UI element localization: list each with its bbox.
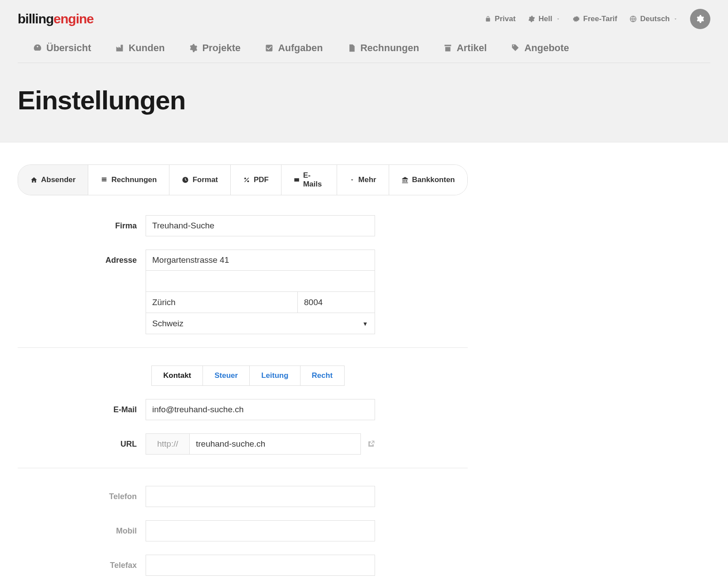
nav-projects-label: Projekte [202, 42, 240, 54]
factory-icon [115, 44, 124, 52]
nav-offers-label: Angebote [524, 42, 569, 54]
subtab-invoices-label: Rechnungen [111, 175, 157, 184]
nav-projects[interactable]: Projekte [189, 42, 240, 54]
innertab-kontakt[interactable]: Kontakt [152, 366, 203, 385]
row-firma: Firma [18, 215, 468, 236]
innertab-leitung[interactable]: Leitung [250, 366, 300, 385]
subtab-bank-label: Bankkonten [412, 175, 455, 184]
row-mobil: Mobil [18, 520, 468, 541]
row-adresse: Adresse Schweiz [18, 250, 468, 334]
nav-tasks[interactable]: Aufgaben [265, 42, 323, 54]
plan-link[interactable]: Free-Tarif [573, 15, 617, 23]
input-telefax[interactable] [146, 555, 375, 576]
checkbox-icon [265, 44, 274, 52]
row-email: E-Mail [18, 399, 468, 420]
settings-avatar[interactable] [690, 9, 710, 29]
badge-icon [573, 15, 580, 22]
nav-customers-label: Kunden [128, 42, 165, 54]
label-firma: Firma [18, 215, 146, 231]
logo-part1: billing [18, 11, 53, 26]
bank-icon [402, 176, 409, 183]
gear-icon [189, 44, 198, 52]
sender-form: Firma Adresse Schweiz [18, 215, 468, 576]
label-url: URL [18, 433, 146, 449]
lock-icon [485, 16, 491, 22]
subtab-pdf-label: PDF [254, 175, 269, 184]
subtab-more-label: Mehr [358, 175, 376, 184]
subtab-emails[interactable]: E-Mails [281, 165, 337, 195]
subtab-format[interactable]: Format [169, 165, 231, 195]
row-telefon: Telefon [18, 486, 468, 507]
nav-invoices-label: Rechnungen [360, 42, 419, 54]
nav-overview[interactable]: Übersicht [33, 42, 91, 54]
nav-tasks-label: Aufgaben [278, 42, 323, 54]
subtab-sender-label: Absender [41, 175, 75, 184]
settings-subtabs: Absender Rechnungen Format PDF E-Mails M… [18, 164, 468, 195]
caret-down-icon [349, 177, 355, 183]
content: Absender Rechnungen Format PDF E-Mails M… [0, 142, 485, 582]
theme-link[interactable]: Hell [528, 15, 560, 23]
privacy-link[interactable]: Privat [485, 15, 515, 23]
subtab-format-label: Format [192, 175, 218, 184]
nav-articles[interactable]: Artikel [443, 42, 487, 54]
input-email[interactable] [146, 399, 375, 420]
input-zip[interactable] [298, 292, 375, 313]
label-email: E-Mail [18, 399, 146, 414]
nav-articles-label: Artikel [457, 42, 487, 54]
subtab-invoices[interactable]: Rechnungen [88, 165, 169, 195]
row-url: URL http:// [18, 433, 468, 455]
row-telefax: Telefax [18, 555, 468, 576]
list-icon [101, 176, 108, 183]
subtab-pdf[interactable]: PDF [231, 165, 281, 195]
svg-point-3 [247, 180, 249, 182]
caret-down-icon [673, 17, 678, 21]
contact-innertabs: Kontakt Steuer Leitung Recht [151, 366, 345, 386]
nav-customers[interactable]: Kunden [115, 42, 165, 54]
document-icon [347, 44, 356, 52]
topbar: billingengine Privat Hell Free-Tarif Deu… [0, 0, 728, 63]
theme-label: Hell [539, 15, 552, 23]
input-city[interactable] [146, 292, 298, 313]
globe-icon [630, 15, 637, 22]
dashboard-icon [33, 44, 42, 52]
gear-icon [528, 15, 535, 22]
envelope-icon [294, 176, 300, 183]
url-prefix: http:// [146, 433, 190, 455]
topbar-upper: billingengine Privat Hell Free-Tarif Deu… [18, 9, 710, 29]
input-url[interactable] [190, 433, 361, 455]
input-street2[interactable] [146, 271, 375, 292]
innertab-steuer[interactable]: Steuer [203, 366, 250, 385]
main-nav: Übersicht Kunden Projekte Aufgaben Rechn… [18, 42, 710, 63]
subtab-bank[interactable]: Bankkonten [389, 165, 467, 195]
top-links: Privat Hell Free-Tarif Deutsch [485, 9, 710, 29]
plan-label: Free-Tarif [583, 15, 617, 23]
divider [18, 347, 468, 348]
percent-icon [243, 176, 250, 183]
label-telefon: Telefon [18, 486, 146, 501]
gears-icon [695, 14, 705, 24]
clock-icon [182, 176, 189, 183]
home-icon [30, 176, 38, 183]
page-title: Einstellungen [18, 85, 710, 116]
external-link-icon[interactable] [367, 440, 375, 448]
select-country[interactable]: Schweiz [146, 313, 375, 334]
input-mobil[interactable] [146, 520, 375, 541]
input-firma[interactable] [146, 215, 375, 236]
label-telefax: Telefax [18, 555, 146, 570]
page-header: Einstellungen [0, 63, 728, 142]
input-street[interactable] [146, 250, 375, 271]
subtab-more[interactable]: Mehr [337, 165, 389, 195]
label-adresse: Adresse [18, 250, 146, 265]
subtab-sender[interactable]: Absender [18, 165, 88, 195]
input-telefon[interactable] [146, 486, 375, 507]
innertab-recht[interactable]: Recht [300, 366, 344, 385]
caret-down-icon [556, 17, 560, 21]
nav-invoices[interactable]: Rechnungen [347, 42, 419, 54]
archive-icon [443, 44, 452, 52]
subtab-emails-label: E-Mails [303, 171, 324, 189]
privacy-label: Privat [495, 15, 515, 23]
nav-offers[interactable]: Angebote [511, 42, 569, 54]
label-mobil: Mobil [18, 520, 146, 536]
logo[interactable]: billingengine [18, 11, 94, 26]
language-link[interactable]: Deutsch [630, 15, 678, 23]
